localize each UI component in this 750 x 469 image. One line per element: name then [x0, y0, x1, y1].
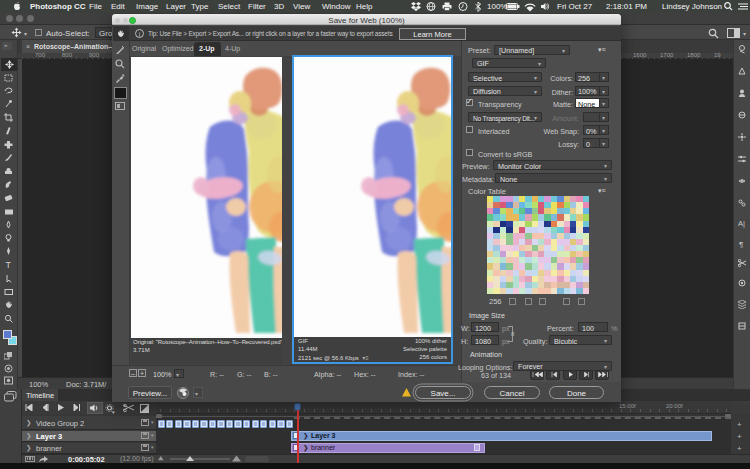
svg-text:¶: ¶	[739, 240, 743, 249]
svg-text:A|: A|	[738, 219, 745, 228]
svg-text:T: T	[6, 260, 12, 269]
